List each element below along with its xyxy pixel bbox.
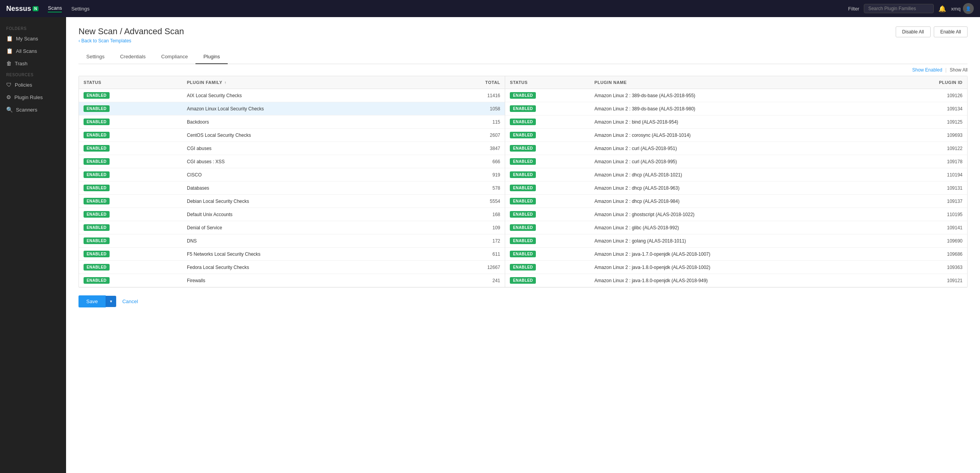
filter-button[interactable]: Filter bbox=[848, 6, 860, 12]
search-input[interactable] bbox=[864, 4, 934, 13]
table-row[interactable]: ENABLED Amazon Linux 2 : curl (ALAS-2018… bbox=[505, 142, 967, 155]
row-plugin-name: Amazon Linux 2 : curl (ALAS-2018-951) bbox=[590, 142, 889, 155]
logo-text: Nessus bbox=[6, 5, 31, 13]
sidebar-item-label: Policies bbox=[15, 82, 32, 88]
show-all-link[interactable]: Show All bbox=[950, 67, 968, 73]
cancel-button[interactable]: Cancel bbox=[122, 298, 138, 304]
table-row[interactable]: ENABLED AIX Local Security Checks 11416 bbox=[79, 89, 505, 102]
table-row[interactable]: ENABLED Amazon Linux 2 : java-1.8.0-open… bbox=[505, 261, 967, 274]
table-row[interactable]: ENABLED Amazon Linux 2 : 389-ds-base (AL… bbox=[505, 102, 967, 115]
table-row[interactable]: ENABLED Denial of Service 109 bbox=[79, 221, 505, 234]
page-header: New Scan / Advanced Scan ‹ Back to Scan … bbox=[78, 26, 968, 44]
table-row[interactable]: ENABLED Amazon Linux Local Security Chec… bbox=[79, 102, 505, 115]
row-plugin-id: 109131 bbox=[889, 182, 967, 195]
row-total: 1058 bbox=[434, 102, 505, 115]
all-scans-icon: 📋 bbox=[6, 48, 13, 54]
row-plugin-id: 109121 bbox=[889, 274, 967, 287]
table-row[interactable]: ENABLED F5 Networks Local Security Check… bbox=[79, 248, 505, 261]
row-plugin-name: Amazon Linux 2 : 389-ds-base (ALAS-2018-… bbox=[590, 102, 889, 115]
row-status: ENABLED bbox=[79, 221, 182, 234]
table-row[interactable]: ENABLED Amazon Linux 2 : bind (ALAS-2018… bbox=[505, 115, 967, 129]
sidebar-item-my-scans[interactable]: 📋 My Scans bbox=[0, 32, 66, 45]
back-to-templates-link[interactable]: ‹ Back to Scan Templates bbox=[78, 38, 184, 44]
sidebar-item-label: Plugin Rules bbox=[14, 94, 43, 100]
disable-all-button[interactable]: Disable All bbox=[896, 26, 931, 37]
table-row[interactable]: ENABLED CentOS Local Security Checks 260… bbox=[79, 129, 505, 142]
table-row[interactable]: ENABLED Backdoors 115 bbox=[79, 115, 505, 129]
table-row[interactable]: ENABLED Firewalls 241 bbox=[79, 274, 505, 287]
tabs-bar: Settings Credentials Compliance Plugins bbox=[78, 50, 968, 64]
row-plugin-id: 110195 bbox=[889, 208, 967, 221]
left-table-header: STATUS PLUGIN FAMILY ↑ TOTAL bbox=[79, 76, 505, 89]
row-family: CentOS Local Security Checks bbox=[182, 129, 434, 142]
row-status: ENABLED bbox=[79, 155, 182, 168]
filter-divider: | bbox=[945, 67, 947, 73]
sidebar-item-trash[interactable]: 🗑 Trash bbox=[0, 57, 66, 70]
row-plugin-id: 109141 bbox=[889, 221, 967, 234]
row-total: 115 bbox=[434, 115, 505, 129]
table-row[interactable]: ENABLED Amazon Linux 2 : curl (ALAS-2018… bbox=[505, 155, 967, 168]
row-total: 5554 bbox=[434, 195, 505, 208]
tab-credentials[interactable]: Credentials bbox=[112, 50, 153, 64]
table-row[interactable]: ENABLED Amazon Linux 2 : java-1.7.0-open… bbox=[505, 248, 967, 261]
bottom-actions: Save ▾ Cancel bbox=[78, 295, 968, 307]
nav-settings[interactable]: Settings bbox=[71, 6, 89, 12]
row-plugin-id: 109363 bbox=[889, 261, 967, 274]
table-row[interactable]: ENABLED Amazon Linux 2 : dhcp (ALAS-2018… bbox=[505, 182, 967, 195]
table-row[interactable]: ENABLED Fedora Local Security Checks 126… bbox=[79, 261, 505, 274]
row-family: DNS bbox=[182, 234, 434, 248]
table-row[interactable]: ENABLED Default Unix Accounts 168 bbox=[79, 208, 505, 221]
save-dropdown-button[interactable]: ▾ bbox=[106, 296, 116, 307]
row-plugin-id: 109125 bbox=[889, 115, 967, 129]
row-total: 611 bbox=[434, 248, 505, 261]
table-row[interactable]: ENABLED Amazon Linux 2 : ghostscript (AL… bbox=[505, 208, 967, 221]
sidebar-item-policies[interactable]: 🛡 Policies bbox=[0, 79, 66, 91]
table-row[interactable]: ENABLED Amazon Linux 2 : 389-ds-base (AL… bbox=[505, 89, 967, 102]
sidebar-item-label: Scanners bbox=[16, 107, 37, 113]
show-enabled-link[interactable]: Show Enabled bbox=[912, 67, 942, 73]
tab-settings[interactable]: Settings bbox=[78, 50, 112, 64]
notification-icon[interactable]: 🔔 bbox=[938, 5, 946, 12]
trash-icon: 🗑 bbox=[6, 60, 12, 66]
save-button[interactable]: Save bbox=[78, 295, 106, 307]
table-row[interactable]: ENABLED Amazon Linux 2 : dhcp (ALAS-2018… bbox=[505, 168, 967, 182]
sidebar-item-scanners[interactable]: 🔍 Scanners bbox=[0, 103, 66, 116]
row-family: Default Unix Accounts bbox=[182, 208, 434, 221]
table-row[interactable]: ENABLED CGI abuses : XSS 666 bbox=[79, 155, 505, 168]
row-plugin-name: Amazon Linux 2 : java-1.8.0-openjdk (ALA… bbox=[590, 261, 889, 274]
table-row[interactable]: ENABLED Amazon Linux 2 : glibc (ALAS-201… bbox=[505, 221, 967, 234]
table-row[interactable]: ENABLED CISCO 919 bbox=[79, 168, 505, 182]
table-row[interactable]: ENABLED CGI abuses 3847 bbox=[79, 142, 505, 155]
table-row[interactable]: ENABLED Amazon Linux 2 : dhcp (ALAS-2018… bbox=[505, 195, 967, 208]
row-status: ENABLED bbox=[505, 115, 590, 129]
sidebar: FOLDERS 📋 My Scans 📋 All Scans 🗑 Trash R… bbox=[0, 17, 66, 473]
sidebar-item-all-scans[interactable]: 📋 All Scans bbox=[0, 45, 66, 57]
avatar: 👤 bbox=[963, 3, 974, 14]
table-row[interactable]: ENABLED Amazon Linux 2 : golang (ALAS-20… bbox=[505, 234, 967, 248]
row-total: 11416 bbox=[434, 89, 505, 102]
table-row[interactable]: ENABLED Debian Local Security Checks 555… bbox=[79, 195, 505, 208]
table-row[interactable]: ENABLED DNS 172 bbox=[79, 234, 505, 248]
row-plugin-id: 110194 bbox=[889, 168, 967, 182]
row-plugin-id: 109126 bbox=[889, 89, 967, 102]
user-menu[interactable]: xmq 👤 bbox=[951, 3, 974, 14]
row-plugin-id: 109137 bbox=[889, 195, 967, 208]
table-row[interactable]: ENABLED Amazon Linux 2 : corosync (ALAS-… bbox=[505, 129, 967, 142]
row-total: 919 bbox=[434, 168, 505, 182]
row-plugin-id: 109686 bbox=[889, 248, 967, 261]
scanners-icon: 🔍 bbox=[6, 106, 13, 113]
nav-scans[interactable]: Scans bbox=[48, 5, 62, 12]
enable-all-button[interactable]: Enable All bbox=[934, 26, 968, 37]
row-status: ENABLED bbox=[505, 89, 590, 102]
row-status: ENABLED bbox=[505, 155, 590, 168]
row-family: AIX Local Security Checks bbox=[182, 89, 434, 102]
table-row[interactable]: ENABLED Amazon Linux 2 : java-1.8.0-open… bbox=[505, 274, 967, 287]
table-row[interactable]: ENABLED Databases 578 bbox=[79, 182, 505, 195]
sidebar-item-plugin-rules[interactable]: ⚙ Plugin Rules bbox=[0, 91, 66, 103]
tab-compliance[interactable]: Compliance bbox=[153, 50, 196, 64]
folders-label: FOLDERS bbox=[0, 23, 66, 32]
col-plugin-name: PLUGIN NAME bbox=[590, 76, 889, 89]
tab-plugins[interactable]: Plugins bbox=[195, 50, 228, 64]
row-plugin-name: Amazon Linux 2 : golang (ALAS-2018-1011) bbox=[590, 234, 889, 248]
row-status: ENABLED bbox=[79, 208, 182, 221]
